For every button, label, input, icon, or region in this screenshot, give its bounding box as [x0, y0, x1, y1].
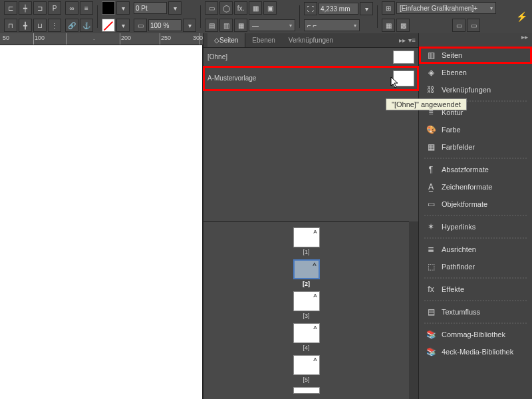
- page-master-marker: A: [313, 261, 316, 267]
- ellipse-frame-icon[interactable]: ◯: [219, 1, 233, 15]
- fill-stroke-swatches: ▾: [100, 0, 131, 16]
- measure-input[interactable]: 4,233 mm: [319, 3, 358, 15]
- opt-b-icon[interactable]: ▭: [467, 19, 480, 32]
- page-number-label: [3]: [303, 313, 309, 319]
- page-thumbnail[interactable]: A[2]: [293, 259, 320, 287]
- panel-item-ebenen[interactable]: ◈Ebenen: [419, 64, 532, 81]
- align-left-icon[interactable]: ⊏: [4, 1, 17, 15]
- collapse-icon[interactable]: ▸▸: [399, 37, 406, 44]
- master-item-none[interactable]: [Ohne]: [203, 48, 418, 66]
- stroke-weight-input[interactable]: 0 Pt: [134, 2, 167, 14]
- page-master-marker: A: [313, 293, 317, 299]
- page-thumbnails: A[1]A[2]A[3]A[4]A[5]: [203, 221, 409, 399]
- panel-item-textumfluss[interactable]: ▤Textumfluss: [419, 303, 532, 321]
- align-tools-row2: ⊓ ╋ ⊔ ⋮: [3, 17, 63, 33]
- page-thumbnail[interactable]: A[5]: [293, 355, 320, 383]
- text-align-icon[interactable]: ≡: [80, 1, 93, 15]
- page-thumb-box: A: [293, 291, 320, 311]
- master-label: [Ohne]: [207, 53, 227, 61]
- link-icon[interactable]: 🔗: [65, 19, 78, 32]
- align-icon: ≣: [426, 244, 436, 255]
- tab-links[interactable]: Verknüpfungen: [282, 33, 340, 47]
- stepper-icon[interactable]: ▾: [168, 1, 182, 15]
- panel-item-commag-bibliothek[interactable]: 📚Commag-Bibliothek: [419, 326, 532, 343]
- tooltip: "[Ohne]" angewendet: [386, 98, 467, 110]
- align-top-icon[interactable]: ⊓: [4, 19, 17, 32]
- panel-item-objektformate[interactable]: ▭Objektformate: [419, 196, 532, 213]
- object-style-dropdown[interactable]: [Einfacher Grafikrahmen]+▾: [396, 2, 496, 14]
- panel-menu-icon[interactable]: ▾≡: [408, 37, 416, 44]
- tab-layers[interactable]: Ebenen: [245, 33, 281, 47]
- anchor-icon[interactable]: P: [48, 1, 61, 15]
- distribute-icon[interactable]: ⋮: [48, 19, 61, 32]
- cap-style-dropdown[interactable]: —▾: [249, 19, 295, 31]
- panel-item-label: Hyperlinks: [442, 223, 475, 231]
- panel-item-ausrichten[interactable]: ≣Ausrichten: [419, 241, 532, 258]
- swatch-chev-icon[interactable]: ▾: [116, 1, 130, 15]
- zoom-chev-icon[interactable]: ▾: [183, 19, 196, 32]
- swatch-chev2-icon[interactable]: ▾: [116, 19, 130, 32]
- container-icon[interactable]: ▭: [134, 19, 147, 32]
- zoom-input[interactable]: 100 %: [148, 19, 182, 31]
- ruler-tick-label: 50: [3, 35, 9, 41]
- obj-icon: ▭: [426, 199, 436, 209]
- panel-item-verknüpfungen[interactable]: ⛓Verknüpfungen: [419, 81, 532, 98]
- panel-item-pathfinder[interactable]: ⬚Pathfinder: [419, 258, 532, 275]
- page-thumbnail[interactable]: A[1]: [293, 227, 320, 255]
- anchor2-icon[interactable]: ⚓: [80, 19, 93, 32]
- wrap-none-icon[interactable]: ▦: [249, 1, 262, 15]
- scrollbar[interactable]: [409, 221, 418, 399]
- panel-item-farbe[interactable]: 🎨Farbe: [419, 121, 532, 138]
- align-right-icon[interactable]: ⊐: [33, 1, 47, 15]
- page-master-marker: A: [313, 356, 317, 362]
- color-icon: 🎨: [426, 124, 436, 135]
- measure-chev-icon[interactable]: ▾: [360, 2, 373, 15]
- panel-item-label: Absatzformate: [442, 166, 489, 174]
- crop-icon[interactable]: ⛶: [304, 2, 317, 15]
- ruler-tick-label: 300: [193, 35, 203, 41]
- tab-pages[interactable]: ◇ Seiten: [207, 33, 245, 47]
- align-center-h-icon[interactable]: ┿: [19, 1, 32, 15]
- panel-item-label: Ausrichten: [442, 245, 476, 253]
- wrap-col-icon[interactable]: ▦: [234, 19, 247, 32]
- wrap-skip-icon[interactable]: ▥: [219, 19, 233, 32]
- lib-icon: 📚: [426, 329, 436, 340]
- panel-item-effekte[interactable]: fxEffekte: [419, 281, 532, 298]
- fx-icon: fx: [426, 284, 436, 295]
- master-label: A-Mustervorlage: [207, 74, 256, 82]
- panel-item-farbfelder[interactable]: ▦Farbfelder: [419, 138, 532, 156]
- chain-icon[interactable]: ∞: [65, 1, 78, 15]
- panel-item-4eck-media-bibliothek[interactable]: 📚4eck-Media-Bibliothek: [419, 343, 532, 360]
- corner-dropdown[interactable]: ⌐ ⌐▾: [304, 19, 360, 31]
- opt-a-icon[interactable]: ▭: [452, 19, 466, 32]
- panel-item-label: Farbe: [442, 126, 461, 134]
- panel-tab-bar: ◇ Seiten Ebenen Verknüpfungen ▸▸ ▾≡: [203, 33, 418, 48]
- quick-apply-icon[interactable]: ⚡: [513, 11, 529, 22]
- fill-swatch[interactable]: [102, 1, 115, 15]
- stroke-swatch[interactable]: [102, 19, 115, 32]
- right-panel-strip: ▥Seiten◈Ebenen⛓Verknüpfungen≡Kontur🎨Farb…: [419, 33, 532, 399]
- wrap-jump-icon[interactable]: ▤: [205, 19, 218, 32]
- grid-a-icon[interactable]: ▦: [382, 19, 395, 32]
- panel-item-label: Verknüpfungen: [442, 86, 491, 94]
- grid-b-icon[interactable]: ▩: [396, 19, 410, 32]
- strip-menu-icon[interactable]: ▸▸: [521, 33, 528, 41]
- panel-item-seiten[interactable]: ▥Seiten: [419, 47, 532, 64]
- panel-item-label: Seiten: [442, 51, 462, 59]
- page-thumbnail[interactable]: A[3]: [293, 291, 320, 319]
- align-bottom-icon[interactable]: ⊔: [33, 19, 47, 32]
- master-item-a[interactable]: A-Mustervorlage: [203, 66, 418, 90]
- panel-item-absatzformate[interactable]: ¶Absatzformate: [419, 161, 532, 178]
- page-canvas[interactable]: [0, 45, 203, 399]
- page-number-label: [2]: [303, 281, 310, 287]
- frame-fitting-icon[interactable]: ⊞: [382, 1, 395, 15]
- panel-item-hyperlinks[interactable]: ✶Hyperlinks: [419, 218, 532, 235]
- page-thumbnail[interactable]: A[4]: [293, 323, 320, 351]
- horizontal-ruler[interactable]: 50 100 . 200 250 300: [0, 33, 203, 45]
- align-middle-v-icon[interactable]: ╋: [19, 19, 32, 32]
- page-thumb-box: [293, 387, 320, 394]
- rect-frame-icon[interactable]: ▭: [205, 1, 218, 15]
- panel-item-zeichenformate[interactable]: A̲Zeichenformate: [419, 178, 532, 196]
- fx-button[interactable]: fx.: [234, 1, 247, 15]
- wrap-around-icon[interactable]: ▣: [263, 1, 277, 15]
